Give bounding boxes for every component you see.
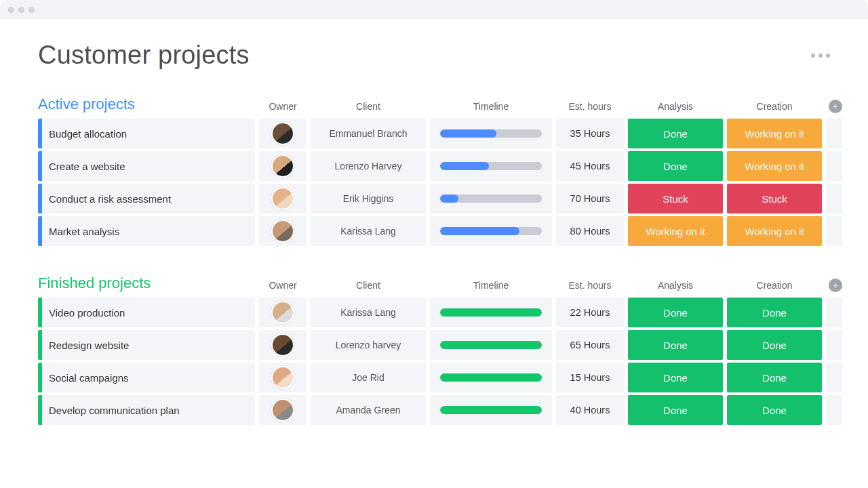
table-row[interactable]: Conduct a risk assessmentErik Higgins70 … [38, 184, 830, 214]
column-header-owner[interactable]: Owner [259, 101, 307, 113]
creation-status-cell[interactable]: Stuck [727, 184, 822, 214]
creation-status-cell[interactable]: Working on it [727, 119, 822, 148]
client-cell[interactable]: Karissa Lang [311, 298, 426, 327]
client-cell[interactable]: Amanda Green [311, 395, 426, 425]
client-cell[interactable]: Lorenzo Harvey [311, 151, 426, 181]
creation-status-cell[interactable]: Done [727, 298, 822, 327]
avatar [271, 301, 294, 324]
est-hours-cell[interactable]: 40 Hours [556, 395, 624, 425]
add-column-icon[interactable] [829, 100, 842, 113]
project-name-cell[interactable]: Budget allocation [38, 119, 255, 148]
column-header-creation[interactable]: Creation [727, 280, 822, 292]
est-hours-cell[interactable]: 15 Hours [556, 363, 624, 392]
table-row[interactable]: Social campaignsJoe Rid15 HoursDoneDone [38, 363, 830, 392]
table-row[interactable]: Market analysisKarissa Lang80 HoursWorki… [38, 216, 830, 246]
column-header-creation[interactable]: Creation [727, 101, 822, 113]
column-header-timeline[interactable]: Timeline [430, 280, 552, 292]
creation-status-cell[interactable]: Done [727, 363, 822, 392]
analysis-status-cell[interactable]: Done [628, 330, 723, 360]
avatar [271, 399, 294, 422]
owner-cell[interactable] [259, 330, 307, 360]
client-cell[interactable]: Erik Higgins [311, 184, 426, 214]
client-cell[interactable]: Emmanuel Branch [311, 119, 426, 148]
add-column-icon[interactable] [829, 279, 842, 292]
timeline-cell[interactable] [430, 298, 552, 327]
timeline-bar [440, 162, 542, 170]
owner-cell[interactable] [259, 216, 307, 246]
timeline-fill [440, 129, 496, 138]
column-header-timeline[interactable]: Timeline [430, 101, 552, 113]
creation-status-cell[interactable]: Working on it [727, 216, 822, 246]
group-title[interactable]: Finished projects [38, 274, 255, 292]
row-spacer [826, 363, 842, 392]
owner-cell[interactable] [259, 363, 307, 392]
column-header-client[interactable]: Client [311, 280, 426, 292]
column-header-owner[interactable]: Owner [259, 280, 307, 292]
project-name-cell[interactable]: Conduct a risk assessment [38, 184, 255, 214]
page-body: Customer projects Active projectsOwnerCl… [0, 19, 868, 467]
analysis-status-cell[interactable]: Done [628, 298, 723, 327]
timeline-cell[interactable] [430, 395, 552, 425]
table-row[interactable]: Redesign websiteLorenzo harvey65 HoursDo… [38, 330, 830, 360]
owner-cell[interactable] [259, 184, 307, 214]
est-hours-cell[interactable]: 22 Hours [556, 298, 624, 327]
client-cell[interactable]: Joe Rid [311, 363, 426, 392]
group-header: Finished projectsOwnerClientTimelineEst.… [38, 274, 830, 292]
table-row[interactable]: Video productionKarissa Lang22 HoursDone… [38, 298, 830, 327]
creation-status-cell[interactable]: Done [727, 395, 822, 425]
owner-cell[interactable] [259, 151, 307, 181]
owner-cell[interactable] [259, 119, 307, 148]
timeline-fill [440, 308, 542, 317]
timeline-cell[interactable] [430, 216, 552, 246]
est-hours-cell[interactable]: 80 Hours [556, 216, 624, 246]
timeline-fill [440, 341, 542, 349]
analysis-status-cell[interactable]: Stuck [628, 184, 723, 214]
column-header-client[interactable]: Client [311, 101, 426, 113]
timeline-cell[interactable] [430, 151, 552, 181]
table-row[interactable]: Create a websiteLorenzo Harvey45 HoursDo… [38, 151, 830, 181]
column-header-est_hours[interactable]: Est. hours [556, 101, 624, 113]
project-name-cell[interactable]: Redesign website [38, 330, 255, 360]
timeline-cell[interactable] [430, 184, 552, 214]
analysis-status-cell[interactable]: Working on it [628, 216, 723, 246]
column-header-est_hours[interactable]: Est. hours [556, 280, 624, 292]
owner-cell[interactable] [259, 395, 307, 425]
avatar [271, 122, 294, 145]
timeline-cell[interactable] [430, 330, 552, 360]
column-header-analysis[interactable]: Analysis [628, 101, 723, 113]
timeline-cell[interactable] [430, 119, 552, 148]
client-cell[interactable]: Karissa Lang [311, 216, 426, 246]
timeline-fill [440, 373, 542, 382]
analysis-status-cell[interactable]: Done [628, 395, 723, 425]
timeline-cell[interactable] [430, 363, 552, 392]
analysis-status-cell[interactable]: Done [628, 363, 723, 392]
more-options-icon[interactable] [811, 54, 830, 58]
analysis-status-cell[interactable]: Done [628, 151, 723, 181]
project-name-cell[interactable]: Social campaigns [38, 363, 255, 392]
page-title: Customer projects [38, 41, 250, 70]
group-rows: Budget allocationEmmanuel Branch35 Hours… [38, 119, 830, 246]
project-name-cell[interactable]: Video production [38, 298, 255, 327]
timeline-fill [440, 195, 458, 203]
table-row[interactable]: Budget allocationEmmanuel Branch35 Hours… [38, 119, 830, 148]
group-title[interactable]: Active projects [38, 96, 255, 113]
timeline-bar [440, 341, 542, 349]
creation-status-cell[interactable]: Working on it [727, 151, 822, 181]
est-hours-cell[interactable]: 65 Hours [556, 330, 624, 360]
project-name-cell[interactable]: Market analysis [38, 216, 255, 246]
table-row[interactable]: Develop communication planAmanda Green40… [38, 395, 830, 425]
column-header-analysis[interactable]: Analysis [628, 280, 723, 292]
project-name-cell[interactable]: Create a website [38, 151, 255, 181]
traffic-light-dot [28, 7, 35, 13]
client-cell[interactable]: Lorenzo harvey [311, 330, 426, 360]
owner-cell[interactable] [259, 298, 307, 327]
analysis-status-cell[interactable]: Done [628, 119, 723, 148]
avatar [271, 333, 294, 357]
creation-status-cell[interactable]: Done [727, 330, 822, 360]
project-name-cell[interactable]: Develop communication plan [38, 395, 255, 425]
est-hours-cell[interactable]: 70 Hours [556, 184, 624, 214]
group-header: Active projectsOwnerClientTimelineEst. h… [38, 96, 830, 113]
est-hours-cell[interactable]: 45 Hours [556, 151, 624, 181]
est-hours-cell[interactable]: 35 Hours [556, 119, 624, 148]
traffic-light-dot [18, 7, 24, 13]
